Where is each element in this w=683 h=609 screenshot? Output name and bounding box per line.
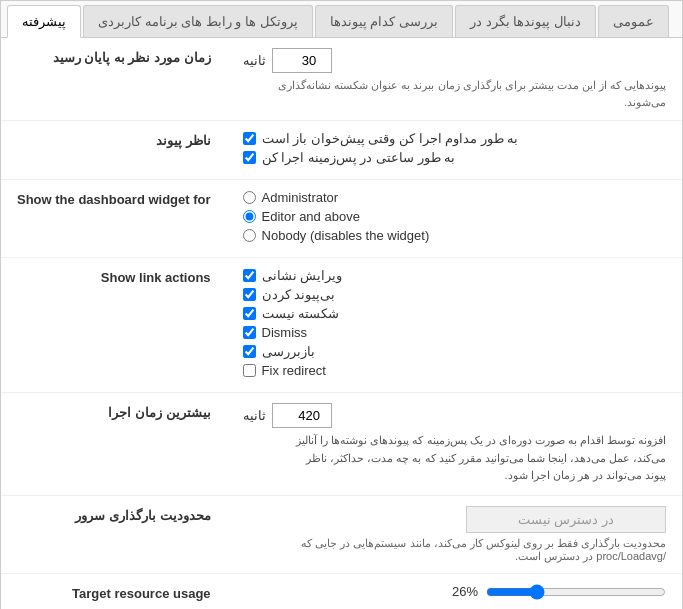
- tab-dnabl[interactable]: دنبال پیوندها بگرد در: [455, 5, 596, 37]
- target-resource-label: Target resource usage: [1, 573, 227, 609]
- monitor-checkbox-1: به طور مداوم اجرا کن وقتی پیش‌خوان باز ا…: [243, 131, 666, 146]
- dashboard-control: Administrator Editor and above Nobody (d…: [227, 180, 682, 258]
- monitor-label: ناظر پیوند: [1, 121, 227, 180]
- timeout-unit: ثانیه: [243, 53, 266, 68]
- action-checkbox-1: ویرایش نشانی: [243, 268, 666, 283]
- action-label-1: ویرایش نشانی: [262, 268, 343, 283]
- max-exec-note: افزونه توسط اقدام به صورت دوره‌ای در یک …: [286, 432, 666, 485]
- radio-admin-row: Administrator: [243, 190, 666, 205]
- settings-table: ثانیه پیوندهایی که از این مدت بیشتر برای…: [1, 38, 682, 609]
- radio-nobody[interactable]: [243, 229, 256, 242]
- row-link-actions: ویرایش نشانی بی‌پیوند کردن شکسته نیست Di…: [1, 258, 682, 393]
- tab-protocol[interactable]: پروتکل ها و رابط های برنامه کاربردی: [83, 5, 313, 37]
- dashboard-label: Show the dashboard widget for: [1, 180, 227, 258]
- server-load-label: محدودیت بارگذاری سرور: [1, 495, 227, 573]
- target-resource-control: 26%: [227, 573, 682, 609]
- radio-editor[interactable]: [243, 210, 256, 223]
- link-actions-control: ویرایش نشانی بی‌پیوند کردن شکسته نیست Di…: [227, 258, 682, 393]
- tabs-bar: پیشرفته پروتکل ها و رابط های برنامه کارب…: [1, 1, 682, 38]
- action-label-6: Fix redirect: [262, 363, 326, 378]
- action-check-5[interactable]: [243, 345, 256, 358]
- settings-container: پیشرفته پروتکل ها و رابط های برنامه کارب…: [0, 0, 683, 609]
- server-load-note: محدودیت بارگذاری فقط بر روی لینوکس کار م…: [243, 537, 666, 563]
- monitor-label-2: به طور ساعتی در پس‌زمینه اجرا کن: [262, 150, 456, 165]
- row-dashboard: Administrator Editor and above Nobody (d…: [1, 180, 682, 258]
- row-max-execution: ثانیه افزونه توسط اقدام به صورت دوره‌ای …: [1, 393, 682, 496]
- server-load-control: محدودیت بارگذاری فقط بر روی لینوکس کار م…: [227, 495, 682, 573]
- action-checkbox-5: بازبررسی: [243, 344, 666, 359]
- radio-editor-label: Editor and above: [262, 209, 360, 224]
- action-checkbox-6: Fix redirect: [243, 363, 666, 378]
- radio-admin-label: Administrator: [262, 190, 339, 205]
- action-label-2: بی‌پیوند کردن: [262, 287, 336, 302]
- row-target-resource: 26% Target resource usage: [1, 573, 682, 609]
- timeout-label: زمان مورد نظر به پایان رسید: [1, 38, 227, 121]
- link-actions-label: Show link actions: [1, 258, 227, 393]
- radio-admin[interactable]: [243, 191, 256, 204]
- timeout-input[interactable]: [272, 48, 332, 73]
- slider-row: 26%: [243, 584, 666, 600]
- tab-advanced[interactable]: پیشرفته: [7, 5, 81, 38]
- action-checkbox-4: Dismiss: [243, 325, 666, 340]
- action-label-5: بازبررسی: [262, 344, 315, 359]
- row-monitor: به طور مداوم اجرا کن وقتی پیش‌خوان باز ا…: [1, 121, 682, 180]
- timeout-control: ثانیه پیوندهایی که از این مدت بیشتر برای…: [227, 38, 682, 121]
- radio-nobody-row: Nobody (disables the widget): [243, 228, 666, 243]
- max-exec-control: ثانیه افزونه توسط اقدام به صورت دوره‌ای …: [227, 393, 682, 496]
- max-exec-unit: ثانیه: [243, 408, 266, 423]
- action-check-4[interactable]: [243, 326, 256, 339]
- monitor-label-1: به طور مداوم اجرا کن وقتی پیش‌خوان باز ا…: [262, 131, 519, 146]
- tab-general[interactable]: عمومی: [598, 5, 669, 37]
- radio-nobody-label: Nobody (disables the widget): [262, 228, 430, 243]
- timeout-note: پیوندهایی که از این مدت بیشتر برای بارگذ…: [243, 77, 666, 110]
- resource-slider[interactable]: [486, 584, 666, 600]
- action-label-3: شکسته نیست: [262, 306, 340, 321]
- action-check-1[interactable]: [243, 269, 256, 282]
- action-checkbox-2: بی‌پیوند کردن: [243, 287, 666, 302]
- max-exec-input[interactable]: [272, 403, 332, 428]
- server-load-input: [466, 506, 666, 533]
- monitor-control: به طور مداوم اجرا کن وقتی پیش‌خوان باز ا…: [227, 121, 682, 180]
- action-label-4: Dismiss: [262, 325, 308, 340]
- action-check-6[interactable]: [243, 364, 256, 377]
- max-exec-label: بیشترین زمان اجرا: [1, 393, 227, 496]
- slider-pct: 26%: [452, 584, 478, 599]
- action-check-3[interactable]: [243, 307, 256, 320]
- row-timeout: ثانیه پیوندهایی که از این مدت بیشتر برای…: [1, 38, 682, 121]
- action-check-2[interactable]: [243, 288, 256, 301]
- row-server-load: محدودیت بارگذاری فقط بر روی لینوکس کار م…: [1, 495, 682, 573]
- monitor-check-2[interactable]: [243, 151, 256, 164]
- radio-editor-row: Editor and above: [243, 209, 666, 224]
- monitor-check-1[interactable]: [243, 132, 256, 145]
- monitor-checkbox-2: به طور ساعتی در پس‌زمینه اجرا کن: [243, 150, 666, 165]
- tab-check[interactable]: بررسی کدام پیوندها: [315, 5, 453, 37]
- action-checkbox-3: شکسته نیست: [243, 306, 666, 321]
